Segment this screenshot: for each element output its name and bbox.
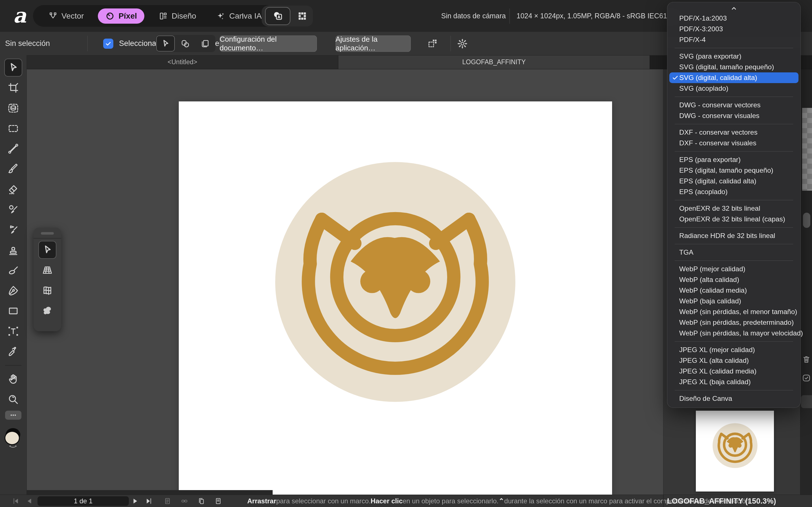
copy-page-icon[interactable] (197, 497, 205, 505)
smudge-tool[interactable] (4, 262, 22, 279)
menu-item-eps-digital-tama-o-peque-o[interactable]: EPS (digital, tamaño pequeño) (667, 165, 801, 176)
fp-liquify-tool[interactable] (38, 302, 56, 320)
menu-item-jpeg-xl-baja-calidad[interactable]: JPEG XL (baja calidad) (667, 377, 801, 387)
link-icon[interactable] (181, 497, 188, 505)
zoom-tool[interactable] (4, 390, 22, 408)
menu-separator (675, 227, 793, 228)
partial-button[interactable] (801, 395, 812, 408)
tab-logofab-affinity[interactable]: LOGOFAB_AFFINITY (338, 55, 650, 69)
menu-item-webp-sin-p-rdidas-predeterminado[interactable]: WebP (sin pérdidas, predeterminado) (667, 317, 801, 328)
shape-tool[interactable] (4, 302, 22, 320)
select-duplicate-mode-button[interactable] (196, 36, 214, 52)
dodge-tool[interactable] (4, 201, 22, 219)
apply-checkbox-icon[interactable] (802, 373, 812, 383)
menu-item-label: JPEG XL (calidad media) (679, 367, 756, 375)
auto-select-checkbox[interactable] (103, 39, 113, 49)
marquee-tool[interactable] (4, 119, 22, 137)
pages-icon[interactable] (163, 497, 171, 505)
menu-item-webp-mejor-calidad[interactable]: WebP (mejor calidad) (667, 264, 801, 274)
gear-icon[interactable] (456, 38, 469, 49)
color-picker-tool[interactable] (4, 342, 22, 360)
menu-separator (675, 200, 793, 200)
snapping-icon[interactable] (426, 38, 439, 49)
menu-item-eps-digital-calidad-alta[interactable]: EPS (digital, calidad alta) (667, 176, 801, 186)
menu-item-svg-acoplado[interactable]: SVG (acoplado) (667, 83, 801, 94)
first-page-button[interactable] (12, 497, 20, 505)
panel-scrollbar-thumb[interactable] (803, 213, 810, 228)
move-tool[interactable] (4, 59, 22, 76)
menu-item-label: TGA (679, 248, 693, 256)
menu-item-jpeg-xl-calidad-media[interactable]: JPEG XL (calidad media) (667, 366, 801, 377)
current-persona-button[interactable] (265, 7, 290, 25)
text-frame-tool[interactable] (4, 322, 22, 340)
menu-item-dwg-conservar-vectores[interactable]: DWG - conservar vectores (667, 100, 801, 110)
selection-brush-tool[interactable] (4, 99, 22, 117)
page-indicator[interactable]: 1 de 1 (38, 496, 129, 506)
menu-item-dise-o-de-canva[interactable]: Diseño de Canva (667, 393, 801, 404)
affinity-logo[interactable]: a (11, 1, 29, 30)
menu-item-pdf-x-3-2003[interactable]: PDF/X-3:2003 (667, 24, 801, 34)
menu-item-webp-sin-p-rdidas-la-mayor-velocidad[interactable]: WebP (sin pérdidas, la mayor velocidad) (667, 328, 801, 339)
more-tools-button[interactable] (5, 411, 21, 420)
studio-grid-icon[interactable] (295, 9, 310, 23)
paint-brush-tool[interactable] (4, 160, 22, 178)
app-settings-button[interactable]: Ajustes de la aplicación… (336, 36, 411, 52)
menu-item-eps-para-exportar[interactable]: EPS (para exportar) (667, 154, 801, 165)
menu-item-tga[interactable]: TGA (667, 247, 801, 258)
menu-item-svg-digital-tama-o-peque-o[interactable]: SVG (digital, tamaño pequeño) (667, 62, 801, 72)
eraser-tool[interactable] (4, 180, 22, 198)
tab-untitled[interactable]: <Untitled> (27, 55, 338, 69)
menu-item-eps-acoplado[interactable]: EPS (acoplado) (667, 186, 801, 197)
pen-tool[interactable] (4, 282, 22, 300)
owl-logo-artwork[interactable] (274, 161, 516, 402)
export-format-dropdown: PDF/X-1a:2003PDF/X-3:2003PDF/X-4SVG (par… (667, 2, 801, 408)
menu-item-jpeg-xl-alta-calidad[interactable]: JPEG XL (alta calidad) (667, 355, 801, 366)
persona-tab-diseno[interactable]: Diseño (153, 8, 202, 24)
menu-item-webp-calidad-media[interactable]: WebP (calidad media) (667, 285, 801, 296)
menu-item-openexr-de-32-bits-lineal[interactable]: OpenEXR de 32 bits lineal (667, 203, 801, 214)
menu-item-webp-alta-calidad[interactable]: WebP (alta calidad) (667, 274, 801, 285)
menu-item-svg-digital-calidad-alta[interactable]: SVG (digital, calidad alta) (669, 72, 799, 83)
page-list-icon[interactable] (214, 497, 222, 505)
crop-tool[interactable] (4, 79, 22, 97)
menu-item-svg-para-exportar[interactable]: SVG (para exportar) (667, 51, 801, 62)
select-object-mode-button[interactable] (176, 36, 195, 52)
menu-item-dxf-conservar-visuales[interactable]: DXF - conservar visuales (667, 138, 801, 149)
menu-item-webp-baja-calidad[interactable]: WebP (baja calidad) (667, 296, 801, 306)
menu-item-dwg-conservar-visuales[interactable]: DWG - conservar visuales (667, 110, 801, 121)
burn-tool[interactable] (4, 221, 22, 239)
clone-stamp-tool[interactable] (4, 241, 22, 259)
menu-item-openexr-de-32-bits-lineal-capas[interactable]: OpenEXR de 32 bits lineal (capas) (667, 214, 801, 224)
horizontal-scrollbar[interactable] (27, 490, 273, 495)
diseno-icon (158, 11, 168, 21)
next-page-button[interactable] (132, 497, 139, 505)
persona-tab-pixel[interactable]: Píxel (98, 8, 144, 24)
fill-color-swatch[interactable] (4, 431, 20, 445)
document-zoom-caption: LOGOFAB_AFFINITY (150.3%) (667, 495, 776, 507)
menu-item-radiance-hdr-de-32-bits-lineal[interactable]: Radiance HDR de 32 bits lineal (667, 230, 801, 241)
fp-perspective-tool[interactable] (38, 261, 56, 279)
menu-item-pdf-x-4[interactable]: PDF/X-4 (667, 34, 801, 45)
gradient-tool[interactable] (4, 140, 22, 158)
document-settings-button[interactable]: Configuración del documento… (220, 36, 317, 52)
swap-colors-icon[interactable] (7, 445, 18, 448)
fp-warp-tool[interactable] (38, 281, 56, 299)
menu-item-webp-sin-p-rdidas-el-menor-tama-o[interactable]: WebP (sin pérdidas, el menor tamaño) (667, 306, 801, 317)
color-well[interactable] (4, 428, 22, 447)
select-cursor-mode-button[interactable] (156, 36, 175, 52)
fp-move-tool[interactable] (38, 241, 56, 259)
trash-icon[interactable] (802, 355, 812, 365)
shape-tool-icon (7, 305, 19, 317)
menu-item-pdf-x-1a-2003[interactable]: PDF/X-1a:2003 (667, 13, 801, 24)
more-options-kebab-icon[interactable] (239, 6, 247, 26)
scroll-up-chevron-icon[interactable] (667, 4, 801, 13)
pan-tool[interactable] (4, 370, 22, 388)
menu-separator (675, 341, 793, 342)
prev-page-button[interactable] (26, 497, 33, 505)
menu-item-jpeg-xl-mejor-calidad[interactable]: JPEG XL (mejor calidad) (667, 344, 801, 355)
persona-tab-vector[interactable]: Vector (43, 8, 89, 24)
last-page-button[interactable] (145, 497, 153, 505)
menu-item-dxf-conservar-vectores[interactable]: DXF - conservar vectores (667, 127, 801, 138)
export-preview-thumbnail[interactable] (696, 411, 774, 492)
panel-drag-handle[interactable] (41, 232, 54, 235)
